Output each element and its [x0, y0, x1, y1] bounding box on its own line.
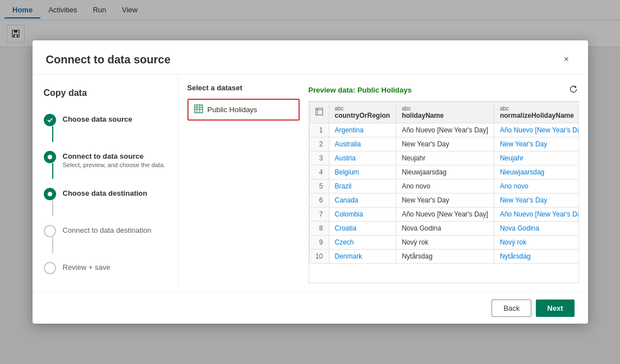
cell-country: Denmark [329, 250, 396, 264]
cell-row-num: 7 [309, 208, 329, 222]
cell-normalize: Nova Godina [494, 222, 578, 236]
table-row: 3AustriaNeujahrNeujahr [309, 151, 579, 165]
back-button[interactable]: Back [492, 300, 531, 317]
step-connector-4 [52, 237, 53, 253]
preview-dataset-name: Public Holidays [357, 86, 412, 94]
col-header-normalize: abc normalizeHolidayName [494, 102, 578, 123]
col-header-holiday: abc holidayName [396, 102, 494, 123]
content-inner: Select a dataset [178, 75, 588, 292]
preview-header: Preview data: Public Holidays [309, 84, 579, 96]
table-row: 2AustraliaNew Year's DayNew Year's Day [309, 137, 579, 151]
cell-holiday: New Year's Day [396, 137, 494, 151]
cell-country: Australia [329, 137, 396, 151]
cell-holiday: Nieuwjaarsdag [396, 165, 494, 179]
cell-holiday: Año Nuevo [New Year's Day] [396, 208, 494, 222]
preview-title: Preview data: Public Holidays [309, 86, 412, 94]
step-icon-active [44, 151, 56, 163]
table-icon [194, 104, 203, 113]
next-button[interactable]: Next [536, 300, 574, 317]
cell-normalize: New Year's Day [494, 193, 578, 208]
cell-row-num: 2 [309, 137, 329, 151]
cell-row-num: 8 [309, 222, 329, 236]
step-text-3: Choose data destination [63, 188, 148, 197]
table-header-row: abc countryOrRegion abc holidayName [309, 102, 579, 123]
step-choose-dest: Choose data destination [44, 183, 167, 220]
table-body: 1ArgentinaAño Nuevo [New Year's Day]Año … [309, 123, 579, 264]
svg-rect-4 [195, 105, 203, 113]
dataset-item-label: Public Holidays [208, 105, 258, 114]
cell-holiday: Nový rok [396, 236, 494, 250]
dialog-title: Connect to data source [46, 53, 171, 66]
svg-rect-9 [316, 108, 323, 115]
cell-country: Belgium [329, 165, 396, 179]
cell-country: Czech [329, 236, 396, 250]
col-header-country: abc countryOrRegion [329, 102, 396, 123]
cell-normalize: Nieuwjaarsdag [494, 165, 578, 179]
cell-row-num: 5 [309, 179, 329, 193]
close-button[interactable]: × [559, 52, 575, 67]
step-icon-inactive-5 [44, 262, 56, 274]
cell-normalize: Nytårsdag [494, 250, 578, 264]
step-text-2: Connect to data source Select, preview, … [63, 151, 166, 168]
step-label-1: Choose data source [63, 115, 132, 123]
step-sublabel-2: Select, preview, and choose the data. [63, 162, 166, 168]
step-connector-3 [52, 200, 53, 216]
cell-holiday: Ano novo [396, 179, 494, 193]
step-label-5: Review + save [63, 263, 111, 271]
step-connector-1 [52, 126, 53, 142]
dataset-item-public-holidays[interactable]: Public Holidays [187, 99, 300, 121]
dialog-footer: Back Next [33, 292, 588, 324]
table-row: 8CroatiaNova GodinaNova Godina [309, 222, 579, 236]
cell-row-num: 3 [309, 151, 329, 165]
step-icon-inactive-4 [44, 225, 56, 237]
cell-row-num: 10 [309, 250, 329, 264]
table-row: 9CzechNový rokNový rok [309, 236, 579, 250]
cell-country: Austria [329, 151, 396, 165]
step-icon-choose-dest [44, 188, 56, 200]
cell-country: Canada [329, 193, 396, 208]
step-connector-2 [52, 163, 53, 179]
cell-row-num: 1 [309, 123, 329, 137]
grid-icon [194, 104, 203, 115]
cell-holiday: Neujahr [396, 151, 494, 165]
dialog-header: Connect to data source × [33, 40, 588, 75]
data-table-wrapper[interactable]: abc countryOrRegion abc holidayName [309, 101, 579, 283]
cell-holiday: New Year's Day [396, 193, 494, 208]
refresh-icon [569, 85, 578, 94]
cell-normalize: Año Nuevo [New Year's Day] [494, 123, 578, 137]
step-label-4: Connect to data destination [63, 226, 151, 234]
cell-row-num: 9 [309, 236, 329, 250]
refresh-button[interactable] [568, 84, 579, 96]
step-text-1: Choose data source [63, 114, 132, 123]
table-row: 7ColombiaAño Nuevo [New Year's Day]Año N… [309, 208, 579, 222]
step-choose-source: Choose data source [44, 109, 167, 146]
step-connect-dest: Connect to data destination [44, 220, 167, 257]
cell-normalize: Ano novo [494, 179, 578, 193]
table-row: 10DenmarkNytårsdagNytårsdag [309, 250, 579, 264]
col-header-num [309, 102, 329, 123]
step-icon-completed [44, 114, 56, 126]
cell-holiday: Nytårsdag [396, 250, 494, 264]
step-label-3: Choose data destination [63, 189, 148, 197]
preview-table: abc countryOrRegion abc holidayName [309, 102, 579, 264]
cell-row-num: 6 [309, 193, 329, 208]
preview-panel: Preview data: Public Holidays [309, 84, 579, 283]
dataset-panel-title: Select a dataset [187, 84, 300, 92]
step-connect-source: Connect to data source Select, preview, … [44, 146, 167, 183]
table-row: 5BrazilAno novoAno novo [309, 179, 579, 193]
table-row: 4BelgiumNieuwjaarsdagNieuwjaarsdag [309, 165, 579, 179]
dialog-body: Copy data Choose data sour [33, 75, 588, 292]
cell-normalize: Nový rok [494, 236, 578, 250]
cell-holiday: Nova Godina [396, 222, 494, 236]
copy-data-title: Copy data [44, 88, 167, 98]
cell-country: Argentina [329, 123, 396, 137]
table-header-icon [315, 108, 323, 116]
checkmark-icon [47, 117, 53, 123]
dialog: Connect to data source × Copy data [33, 40, 588, 324]
step-text-4: Connect to data destination [63, 225, 151, 234]
cell-row-num: 4 [309, 165, 329, 179]
steps-panel: Copy data Choose data sour [33, 75, 178, 292]
cell-normalize: Neujahr [494, 151, 578, 165]
app-chrome: Home Activities Run View Connect to data… [0, 0, 620, 364]
cell-country: Colombia [329, 208, 396, 222]
